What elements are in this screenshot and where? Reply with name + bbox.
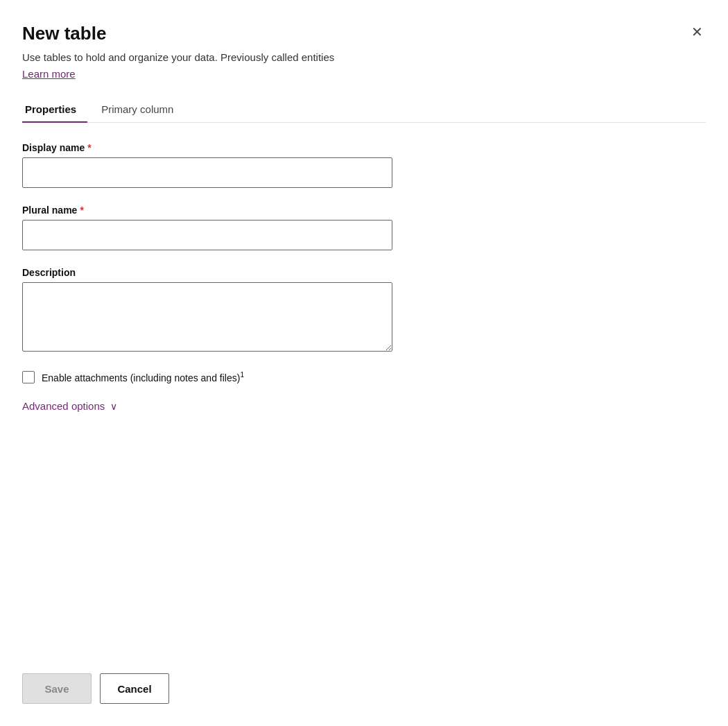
enable-attachments-checkbox[interactable] bbox=[22, 371, 35, 383]
dialog-title: New table bbox=[22, 22, 106, 46]
display-name-input[interactable] bbox=[22, 157, 392, 188]
display-name-label: Display name * bbox=[22, 142, 706, 153]
close-button[interactable]: ✕ bbox=[688, 22, 706, 42]
dialog-subtitle: Use tables to hold and organize your dat… bbox=[22, 50, 706, 66]
tab-bar: Properties Primary column bbox=[22, 96, 706, 123]
description-input[interactable] bbox=[22, 282, 392, 352]
display-name-required: * bbox=[87, 142, 91, 153]
plural-name-group: Plural name * bbox=[22, 205, 706, 250]
dialog-header: New table ✕ bbox=[22, 22, 706, 46]
cancel-button[interactable]: Cancel bbox=[100, 673, 169, 704]
enable-attachments-label: Enable attachments (including notes and … bbox=[42, 371, 244, 383]
display-name-group: Display name * bbox=[22, 142, 706, 188]
dialog-footer: Save Cancel bbox=[22, 673, 169, 704]
save-button[interactable]: Save bbox=[22, 673, 92, 704]
plural-name-required: * bbox=[80, 205, 83, 216]
plural-name-input[interactable] bbox=[22, 220, 392, 250]
learn-more-link[interactable]: Learn more bbox=[22, 68, 706, 80]
enable-attachments-row: Enable attachments (including notes and … bbox=[22, 371, 706, 383]
plural-name-label: Plural name * bbox=[22, 205, 706, 216]
description-group: Description bbox=[22, 267, 706, 354]
chevron-down-icon: ∨ bbox=[110, 401, 117, 412]
tab-primary-column[interactable]: Primary column bbox=[98, 96, 184, 122]
tab-properties[interactable]: Properties bbox=[22, 96, 87, 122]
advanced-options-button[interactable]: Advanced options ∨ bbox=[22, 400, 706, 412]
new-table-dialog: New table ✕ Use tables to hold and organ… bbox=[0, 0, 728, 726]
description-label: Description bbox=[22, 267, 706, 278]
